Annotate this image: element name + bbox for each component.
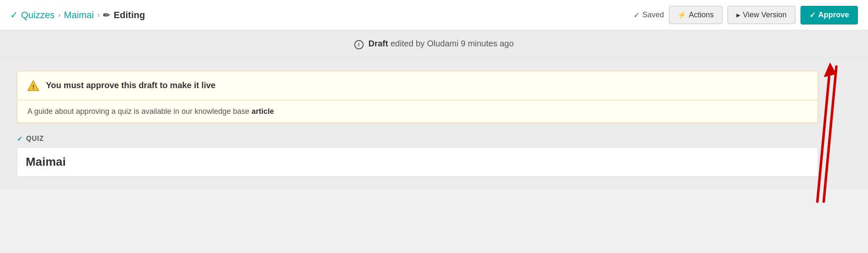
saved-check-icon: ✓ (633, 11, 640, 20)
warning-triangle-icon: ! (27, 80, 39, 92)
breadcrumb-editing-label: Editing (113, 10, 145, 21)
actions-button[interactable]: ⚡ Actions (669, 6, 722, 24)
view-version-button[interactable]: ▶ View Version (728, 6, 795, 24)
breadcrumb-quizzes-link[interactable]: Quizzes (21, 10, 54, 21)
play-icon: ▶ (736, 12, 740, 18)
breadcrumb: ✓ Quizzes › Maimai › ✏ Editing (10, 10, 145, 21)
warning-body: A guide about approving a quiz is availa… (17, 100, 818, 123)
quiz-title-text: Maimai (26, 155, 66, 168)
quiz-section-header: ✓ QUIZ (17, 135, 851, 143)
warning-body-text: A guide about approving a quiz is availa… (27, 107, 251, 116)
saved-label-text: Saved (642, 11, 664, 19)
content-area: ! You must approve this draft to make it… (0, 58, 868, 189)
approve-button[interactable]: ✓ Approve (801, 6, 858, 24)
svg-marker-3 (824, 62, 836, 77)
svg-line-4 (824, 67, 836, 202)
breadcrumb-current: ✏ Editing (103, 10, 145, 21)
draft-banner: i Draft edited by Oludami 9 minutes ago (0, 30, 868, 58)
saved-status: ✓ Saved (633, 11, 664, 20)
breadcrumb-separator-2: › (97, 11, 100, 19)
breadcrumb-maimai-link[interactable]: Maimai (64, 10, 94, 21)
actions-button-label: Actions (689, 11, 714, 19)
quiz-section-label: QUIZ (26, 135, 44, 143)
info-icon: i (354, 40, 364, 49)
approve-check-icon: ✓ (809, 11, 816, 20)
lightning-icon: ⚡ (678, 11, 686, 19)
article-link[interactable]: article (251, 107, 274, 116)
svg-text:!: ! (32, 83, 35, 90)
draft-rest-text: edited by Oludami 9 minutes ago (391, 39, 514, 48)
header: ✓ Quizzes › Maimai › ✏ Editing ✓ Saved ⚡… (0, 0, 868, 30)
breadcrumb-separator-1: › (58, 11, 60, 19)
approve-label: Approve (818, 11, 849, 19)
quizzes-check-icon: ✓ (10, 10, 18, 21)
view-version-label: View Version (743, 11, 787, 19)
pencil-icon: ✏ (103, 10, 110, 20)
quiz-section: ✓ QUIZ Maimai (17, 135, 851, 177)
warning-header: ! You must approve this draft to make it… (17, 71, 818, 100)
warning-header-text: You must approve this draft to make it l… (46, 81, 216, 90)
quiz-check-icon: ✓ (17, 135, 23, 143)
warning-box: ! You must approve this draft to make it… (17, 71, 818, 123)
draft-bold-text: Draft (368, 39, 388, 48)
quiz-title-box: Maimai (17, 147, 818, 177)
svg-line-2 (817, 67, 830, 202)
main-content: i Draft edited by Oludami 9 minutes ago … (0, 30, 868, 189)
header-actions: ✓ Saved ⚡ Actions ▶ View Version ✓ Appro… (633, 6, 858, 24)
